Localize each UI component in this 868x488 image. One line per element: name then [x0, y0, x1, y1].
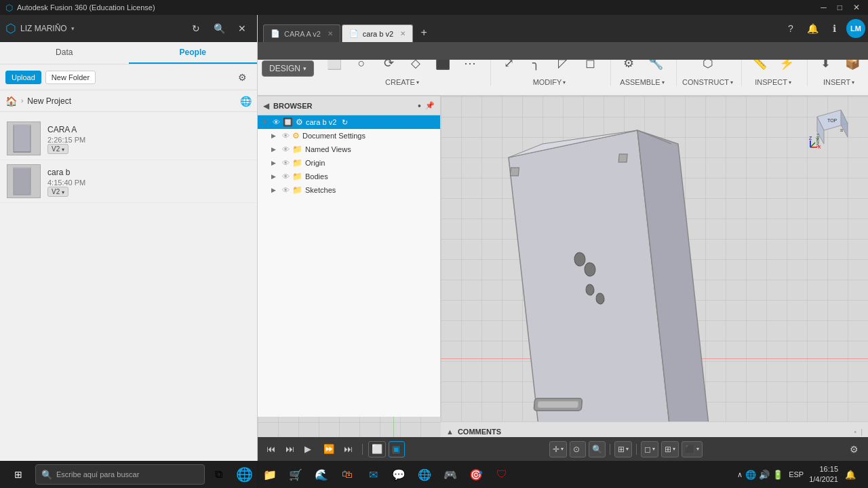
skip-end-button[interactable]: ⏭ — [340, 441, 357, 457]
globe-icon[interactable]: 🌐 — [240, 96, 252, 107]
browser-item[interactable]: ▶ 👁 📁 Named Views — [258, 143, 440, 156]
start-button[interactable]: ⊞ — [3, 462, 34, 487]
assemble-dropdown[interactable]: ASSEMBLE ▾ — [620, 78, 664, 86]
notification-button[interactable]: 🔔 — [841, 465, 860, 484]
user-area[interactable]: LIZ MARIÑO ▾ — [20, 24, 182, 33]
language-indicator[interactable]: ESP — [786, 470, 806, 478]
title-left: ⬡ Autodesk Fusion 360 (Education License… — [5, 3, 155, 13]
browser-item[interactable]: ▶ 👁 📁 Sketches — [258, 183, 440, 197]
taskbar-app-fusion[interactable]: 🎯 — [464, 462, 488, 487]
visibility-icon[interactable]: 👁 — [273, 118, 280, 126]
home-icon[interactable]: 🏠 — [5, 96, 17, 107]
construct-dropdown[interactable]: CONSTRUCT ▾ — [682, 78, 733, 86]
visibility-icon[interactable]: 👁 — [282, 132, 290, 140]
display-mode-button[interactable]: ◻ ▾ — [641, 441, 658, 457]
prev-button[interactable]: ⏭ — [282, 441, 298, 457]
tab-data[interactable]: Data — [0, 42, 129, 64]
upload-button[interactable]: Upload — [5, 71, 41, 84]
user-avatar[interactable]: LM — [846, 19, 865, 38]
refresh-button[interactable]: ↻ — [186, 19, 205, 38]
root-icon: 🔲 — [283, 117, 293, 127]
taskbar-app-game[interactable]: 🎮 — [438, 462, 462, 487]
settings-button[interactable]: ⚙ — [846, 441, 863, 457]
battery-icon: 🔋 — [772, 470, 783, 480]
record-button[interactable]: ▣ — [389, 441, 405, 457]
help-icon[interactable]: ? — [781, 19, 800, 38]
modify-dropdown[interactable]: MODIFY ▾ — [533, 78, 566, 86]
view-settings-button[interactable]: ⬛ ▾ — [682, 441, 703, 457]
file-name: CARA A — [47, 125, 250, 134]
taskbar-app-edge[interactable]: 🌊 — [309, 462, 334, 487]
taskbar-app-antivirus[interactable]: 🛡 — [490, 462, 514, 487]
tab-cara-b[interactable]: 📄 cara b v2 ✕ — [342, 24, 413, 42]
viewport[interactable]: ◀ BROWSER • 📌 ▼ 👁 🔲 ⚙ cara b v2 ↻ ▶ 👁 ⚙ … — [258, 96, 868, 440]
skip-start-button[interactable]: ⏮ — [263, 441, 279, 457]
play-button[interactable]: ▶ — [301, 441, 317, 457]
search-bar[interactable]: 🔍 Escribe aquí para buscar — [35, 464, 205, 485]
tab-close-icon[interactable]: ✕ — [400, 30, 406, 37]
file-thumbnail — [7, 121, 41, 155]
browser-item[interactable]: ▶ 👁 📁 Bodies — [258, 170, 440, 183]
root-sync-icon: ↻ — [342, 118, 348, 127]
frame-mode-button[interactable]: ⬜ — [368, 441, 386, 457]
browser-item[interactable]: ▶ 👁 📁 Origin — [258, 156, 440, 170]
maximize-button[interactable]: □ — [835, 3, 845, 12]
inspect-dropdown[interactable]: INSPECT ▾ — [755, 78, 791, 86]
volume-icon[interactable]: 🔊 — [759, 470, 770, 480]
list-item[interactable]: CARA A 2:26:15 PM V2 ▾ — [0, 117, 257, 160]
tab-cara-a[interactable]: 📄 CARA A v2 ✕ — [263, 24, 340, 42]
taskbar-app-store[interactable]: 🛒 — [283, 462, 308, 487]
taskbar-app-chrome[interactable]: 🌐 — [412, 462, 437, 487]
insert-dropdown[interactable]: INSERT ▾ — [823, 78, 854, 86]
viewcube[interactable]: TOP FRONT R X Z Y — [807, 103, 854, 151]
svg-text:Y: Y — [816, 137, 819, 142]
zoom-button[interactable]: 🔍 — [589, 441, 606, 457]
next-button[interactable]: ⏩ — [320, 441, 338, 457]
comments-expand-icon[interactable]: ▲ — [446, 428, 454, 436]
grid-button[interactable]: ⊞ ▾ — [661, 441, 679, 457]
tab-close-icon[interactable]: ✕ — [328, 30, 333, 37]
browser-item[interactable]: ▶ 👁 ⚙ Document Settings — [258, 129, 440, 143]
info-icon[interactable]: ℹ — [825, 19, 844, 38]
folder-icon: ⚙ — [292, 131, 300, 140]
visibility-icon[interactable]: 👁 — [282, 145, 290, 153]
design-button[interactable]: DESIGN ▾ — [262, 60, 314, 77]
taskbar-app-files[interactable]: 📁 — [258, 462, 282, 487]
visibility-icon[interactable]: 👁 — [282, 186, 290, 194]
root-name: cara b v2 — [306, 118, 336, 126]
taskbar-app-explorer[interactable]: 🌐 — [232, 462, 256, 487]
3d-model — [427, 117, 712, 440]
settings-icon[interactable]: ⚙ — [233, 68, 252, 87]
minimize-button[interactable]: ─ — [818, 3, 829, 12]
tab-people[interactable]: People — [129, 42, 258, 64]
pan-button[interactable]: ✛ ▾ — [549, 441, 567, 457]
browser-pin-icon[interactable]: 📌 — [425, 101, 435, 110]
comments-title: COMMENTS — [458, 428, 850, 436]
new-tab-button[interactable]: + — [414, 23, 433, 42]
left-panel: ⬡ LIZ MARIÑO ▾ ↻ 🔍 ✕ Data People Upload … — [0, 15, 258, 488]
zoom-fit-button[interactable]: ⊞ ▾ — [614, 441, 632, 457]
close-button[interactable]: ✕ — [850, 3, 863, 12]
folder-icon: 📁 — [292, 172, 302, 181]
item-label: Bodies — [305, 172, 328, 181]
taskview-button[interactable]: ⧉ — [206, 462, 231, 487]
visibility-icon[interactable]: 👁 — [282, 172, 290, 181]
taskbar-app-shopping[interactable]: 🛍 — [335, 462, 359, 487]
create-dropdown[interactable]: CREATE ▾ — [385, 78, 419, 86]
search-button[interactable]: 🔍 — [210, 19, 229, 38]
browser-root-item[interactable]: ▼ 👁 🔲 ⚙ cara b v2 ↻ — [258, 115, 440, 129]
notifications-icon[interactable]: 🔔 — [803, 19, 822, 38]
orbit-button[interactable]: ⊙ — [570, 441, 586, 457]
browser-menu-icon[interactable]: • — [418, 100, 421, 111]
browser-collapse-icon[interactable]: ◀ — [263, 101, 269, 111]
bottom-toolbar: ⏮ ⏭ ▶ ⏩ ⏭ ⬜ ▣ ✛ ▾ ⊙ 🔍 ⊞ ▾ ◻ ▾ ⊞ ▾ ⬛ ▾ ⚙ — [258, 437, 868, 461]
taskbar-app-skype[interactable]: 💬 — [387, 462, 411, 487]
tray-expand-icon[interactable]: ∧ — [737, 470, 743, 479]
close-panel-button[interactable]: ✕ — [233, 19, 252, 38]
new-folder-button[interactable]: New Folder — [45, 71, 96, 84]
browser-panel: ◀ BROWSER • 📌 ▼ 👁 🔲 ⚙ cara b v2 ↻ ▶ 👁 ⚙ … — [258, 96, 441, 417]
project-name[interactable]: New Project — [27, 96, 71, 106]
visibility-icon[interactable]: 👁 — [282, 159, 290, 167]
taskbar-app-mail[interactable]: ✉ — [361, 462, 385, 487]
list-item[interactable]: cara b 4:15:40 PM V2 ▾ — [0, 160, 257, 203]
